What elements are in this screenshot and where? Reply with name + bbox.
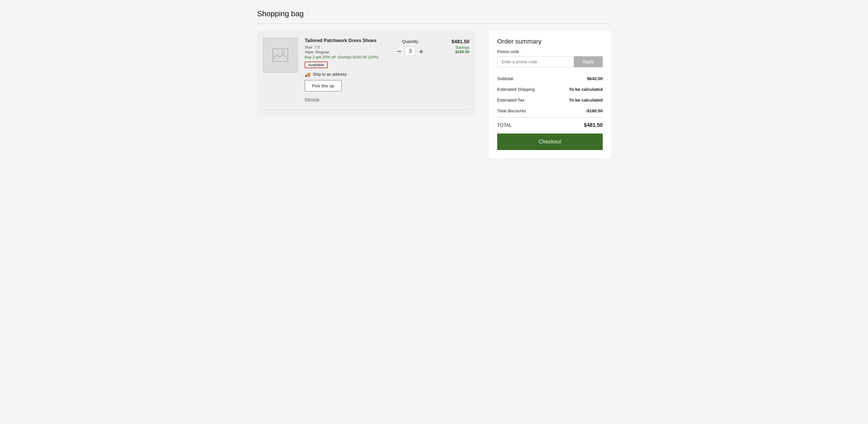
savings-label: Savings bbox=[456, 45, 469, 50]
quantity-decrease-button[interactable]: − bbox=[394, 48, 405, 55]
item-promo-text: Buy 2 get 25% off: Savings $160.50 (25%) bbox=[305, 55, 383, 59]
availability-badge: Available bbox=[305, 61, 328, 68]
quantity-section: Quantity − 3 + bbox=[390, 38, 431, 56]
promo-code-label: Promo code bbox=[497, 49, 603, 54]
order-summary: Order summary Promo code Apply Subtotal … bbox=[489, 31, 611, 158]
top-divider bbox=[257, 24, 611, 24]
discounts-row: Total discounts -$160.50 bbox=[497, 105, 603, 116]
discounts-value: -$160.50 bbox=[586, 108, 603, 113]
quantity-value: 3 bbox=[405, 47, 415, 56]
tax-label: Estimated Tax bbox=[497, 97, 524, 103]
ship-row: 🚚 Ship to an address bbox=[305, 72, 383, 77]
product-image-icon bbox=[272, 48, 288, 62]
quantity-increase-button[interactable]: + bbox=[415, 48, 427, 55]
tax-row: Estimated Tax To be calculated bbox=[497, 94, 603, 105]
cart-item: Tailored Patchwork Dress Shoes Size: 7.5… bbox=[263, 38, 469, 109]
item-details: Tailored Patchwork Dress Shoes Size: 7.5… bbox=[305, 38, 383, 102]
remove-link[interactable]: Remove bbox=[305, 97, 319, 102]
page-title: Shopping bag bbox=[257, 9, 611, 18]
item-name: Tailored Patchwork Dress Shoes bbox=[305, 38, 383, 44]
main-layout: Tailored Patchwork Dress Shoes Size: 7.5… bbox=[257, 31, 611, 158]
product-image-placeholder bbox=[263, 38, 298, 73]
shipping-label: Estimated Shipping bbox=[497, 87, 535, 92]
item-price: $481.50 bbox=[452, 39, 469, 45]
ship-icon: 🚚 bbox=[305, 72, 310, 77]
discounts-label: Total discounts bbox=[497, 108, 526, 113]
cart-section: Tailored Patchwork Dress Shoes Size: 7.5… bbox=[257, 31, 475, 116]
svg-point-1 bbox=[282, 51, 285, 54]
total-label: TOTAL bbox=[497, 123, 512, 128]
svg-rect-0 bbox=[273, 49, 288, 61]
item-style: Style: Regular bbox=[305, 50, 383, 54]
tax-value: To be calculated bbox=[569, 97, 603, 103]
pickup-button[interactable]: Pick this up bbox=[305, 80, 342, 91]
quantity-label: Quantity bbox=[402, 39, 418, 44]
price-section: $481.50 Savings $160.50 bbox=[437, 38, 469, 54]
promo-row: Apply bbox=[497, 56, 603, 67]
checkout-button[interactable]: Checkout bbox=[497, 134, 603, 150]
apply-promo-button[interactable]: Apply bbox=[574, 56, 603, 67]
subtotal-label: Subtotal bbox=[497, 76, 513, 81]
savings-amount: $160.50 bbox=[455, 50, 469, 54]
subtotal-value: $642.00 bbox=[587, 76, 603, 81]
cart-bottom-divider bbox=[263, 110, 469, 110]
shipping-value: To be calculated bbox=[569, 87, 603, 92]
total-row: TOTAL $481.50 bbox=[497, 119, 603, 134]
order-summary-title: Order summary bbox=[497, 38, 603, 45]
quantity-controls: − 3 + bbox=[394, 47, 427, 56]
subtotal-row: Subtotal $642.00 bbox=[497, 73, 603, 84]
total-value: $481.50 bbox=[584, 122, 603, 128]
ship-label: Ship to an address bbox=[313, 72, 347, 77]
item-size: Size: 7.5 bbox=[305, 45, 383, 49]
shipping-row: Estimated Shipping To be calculated bbox=[497, 84, 603, 94]
promo-code-input[interactable] bbox=[497, 56, 574, 67]
